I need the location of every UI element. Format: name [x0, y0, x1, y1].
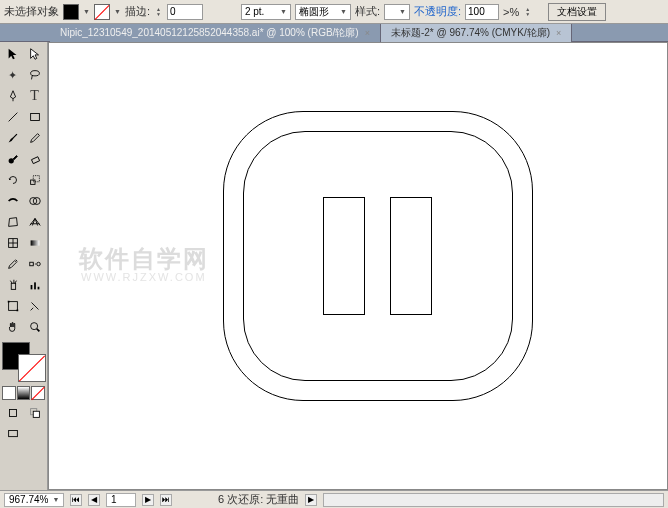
svg-point-23	[30, 323, 37, 330]
next-page-btn[interactable]: ▶	[142, 494, 154, 506]
watermark-url: WWW.RJZXW.COM	[81, 271, 207, 283]
watermark-text: 软件自学网	[79, 243, 209, 275]
doc-setup-button[interactable]: 文档设置	[548, 3, 606, 21]
brush-combo[interactable]: 椭圆形▼	[295, 4, 351, 20]
percent-label: >%	[503, 6, 519, 18]
document-tabs-bar: Nipic_12310549_20140512125852044358.ai* …	[0, 24, 668, 42]
slot-rect-right	[390, 197, 432, 315]
svg-rect-25	[9, 410, 16, 417]
blend-tool[interactable]	[24, 254, 45, 274]
none-mode-btn[interactable]	[31, 386, 45, 400]
document-tab[interactable]: 未标题-2* @ 967.74% (CMYK/轮廓)×	[381, 24, 572, 42]
svg-rect-20	[8, 302, 17, 311]
prev-page-btn[interactable]: ◀	[88, 494, 100, 506]
pencil-tool[interactable]	[24, 128, 45, 148]
stroke-swatch[interactable]	[18, 354, 46, 382]
eyedropper-tool[interactable]	[2, 254, 23, 274]
draw-normal-icon[interactable]	[2, 403, 23, 423]
hand-tool[interactable]	[2, 317, 23, 337]
status-menu-btn[interactable]: ▶	[305, 494, 317, 506]
screen-mode-btn[interactable]	[2, 424, 24, 444]
undo-status: 6 次还原: 无重曲	[218, 492, 299, 507]
svg-rect-21	[7, 301, 9, 303]
stroke-value-input[interactable]: 0	[167, 4, 203, 20]
direct-selection-tool[interactable]	[24, 44, 45, 64]
fill-color-swatch[interactable]	[63, 4, 79, 20]
svg-rect-4	[31, 157, 39, 164]
opacity-input[interactable]: 100	[465, 4, 499, 20]
rectangle-tool[interactable]	[24, 107, 45, 127]
last-page-btn[interactable]: ⏭	[160, 494, 172, 506]
svg-rect-28	[9, 431, 18, 437]
selection-tool[interactable]	[2, 44, 23, 64]
line-tool[interactable]	[2, 107, 23, 127]
opacity-stepper[interactable]: ▲▼	[525, 7, 530, 17]
magic-wand-tool[interactable]: ✦	[2, 65, 23, 85]
mesh-tool[interactable]	[2, 233, 23, 253]
style-label: 样式:	[355, 4, 380, 19]
status-bar: 967.74%▼ ⏮ ◀ 1 ▶ ⏭ 6 次还原: 无重曲 ▶	[0, 490, 668, 508]
selection-status: 未选择对象	[4, 4, 59, 19]
close-icon[interactable]: ×	[365, 28, 370, 38]
options-toolbar: 未选择对象 ▼ ▼ 描边: ▲▼ 0 2 pt.▼ 椭圆形▼ 样式: ▼ 不透明…	[0, 0, 668, 24]
svg-rect-27	[33, 411, 39, 417]
rotate-tool[interactable]	[2, 170, 23, 190]
lasso-tool[interactable]	[24, 65, 45, 85]
horizontal-scrollbar[interactable]	[323, 493, 664, 507]
inner-rounded-rect	[243, 131, 513, 381]
tools-panel: ✦ T	[0, 42, 48, 490]
main-area: ✦ T	[0, 42, 668, 490]
zoom-level-input[interactable]: 967.74%▼	[4, 493, 64, 507]
svg-rect-16	[11, 283, 15, 289]
svg-rect-18	[34, 282, 36, 289]
eraser-tool[interactable]	[24, 149, 45, 169]
stroke-stepper[interactable]: ▲▼	[156, 7, 161, 17]
width-tool[interactable]	[2, 191, 23, 211]
first-page-btn[interactable]: ⏮	[70, 494, 82, 506]
svg-line-24	[36, 329, 39, 332]
svg-rect-6	[33, 176, 39, 182]
svg-rect-22	[16, 310, 18, 312]
svg-rect-2	[30, 114, 39, 121]
stroke-color-swatch[interactable]	[94, 4, 110, 20]
color-mode-btn[interactable]	[2, 386, 16, 400]
dropdown-arrow-icon[interactable]: ▼	[83, 8, 90, 15]
free-transform-tool[interactable]	[2, 212, 23, 232]
gradient-mode-btn[interactable]	[17, 386, 31, 400]
shape-builder-tool[interactable]	[24, 191, 45, 211]
draw-behind-icon[interactable]	[24, 403, 45, 423]
page-number-input[interactable]: 1	[106, 493, 136, 507]
svg-point-14	[36, 262, 40, 266]
svg-rect-13	[29, 262, 33, 266]
style-combo[interactable]: ▼	[384, 4, 410, 20]
dropdown-arrow-icon[interactable]: ▼	[114, 8, 121, 15]
svg-rect-19	[37, 287, 39, 290]
close-icon[interactable]: ×	[556, 28, 561, 38]
canvas-viewport[interactable]: 软件自学网 WWW.RJZXW.COM	[48, 42, 668, 490]
zoom-tool[interactable]	[24, 317, 45, 337]
document-tab[interactable]: Nipic_12310549_20140512125852044358.ai* …	[50, 24, 381, 42]
slot-rect-left	[323, 197, 365, 315]
symbol-sprayer-tool[interactable]	[2, 275, 23, 295]
pen-tool[interactable]	[2, 86, 23, 106]
type-tool[interactable]: T	[24, 86, 45, 106]
slice-tool[interactable]	[24, 296, 45, 316]
svg-line-1	[8, 113, 17, 122]
gradient-tool[interactable]	[24, 233, 45, 253]
svg-rect-12	[30, 240, 39, 245]
canvas[interactable]: 软件自学网 WWW.RJZXW.COM	[49, 43, 667, 489]
perspective-grid-tool[interactable]	[24, 212, 45, 232]
stroke-weight-combo[interactable]: 2 pt.▼	[241, 4, 291, 20]
paintbrush-tool[interactable]	[2, 128, 23, 148]
svg-rect-17	[30, 285, 32, 289]
blob-brush-tool[interactable]	[2, 149, 23, 169]
column-graph-tool[interactable]	[24, 275, 45, 295]
opacity-label: 不透明度:	[414, 4, 461, 19]
artboard-tool[interactable]	[2, 296, 23, 316]
scale-tool[interactable]	[24, 170, 45, 190]
fill-stroke-control[interactable]	[2, 342, 46, 382]
stroke-label: 描边:	[125, 4, 150, 19]
